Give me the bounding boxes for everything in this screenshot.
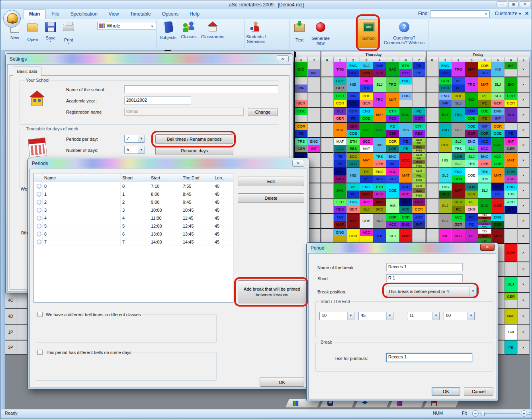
timetable-cell[interactable]: GERPE	[452, 199, 465, 214]
timetable-cell[interactable]: ENGMAT	[360, 183, 373, 199]
timetable-cell[interactable]	[505, 262, 518, 277]
timetable-cell[interactable]: CORCOR	[386, 138, 399, 153]
timetable-cell[interactable]: MAT	[465, 62, 478, 77]
timetable-cell[interactable]: HIS	[373, 138, 386, 153]
timetable-cell[interactable]: GERCOE	[347, 123, 360, 138]
timetable-cell[interactable]: CORCOR	[505, 92, 518, 108]
school-button[interactable]: abcSchool	[358, 20, 380, 48]
timetable-cell[interactable]: SLJ	[439, 168, 452, 183]
classes-button[interactable]: Classes	[180, 20, 198, 48]
timetable-cell[interactable]	[308, 153, 321, 168]
add-break-button[interactable]: Add break that will be printed between l…	[238, 280, 306, 303]
timetable-cell[interactable]: ×	[518, 123, 530, 138]
timetable-cell[interactable]	[321, 92, 334, 108]
test-button[interactable]: Test	[291, 20, 308, 48]
timetable-cell[interactable]: BIO	[360, 123, 373, 138]
timetable-cell[interactable]: SAC	[386, 62, 399, 77]
period-table-row[interactable]: 7714:0014:4545	[34, 238, 233, 246]
timetable-cell[interactable]: ×	[518, 244, 530, 262]
timetable-cell[interactable]: MAT	[505, 153, 518, 168]
timetable-cell[interactable]: ETHRES	[399, 62, 413, 77]
periods-close-icon[interactable]: ✕	[292, 160, 304, 167]
tab-main[interactable]: Main	[23, 9, 46, 19]
timetable-cell[interactable]: COEGER	[373, 62, 386, 77]
timetable-cell[interactable]: CORSLJ	[452, 153, 465, 168]
periods-column-header[interactable]: Len...	[213, 173, 231, 182]
periods-table[interactable]: NameShortStartThe EndLen...007:107:55451…	[33, 173, 233, 303]
timetable-cell[interactable]: COE	[295, 108, 308, 123]
timetable-cell[interactable]	[321, 214, 334, 229]
timetable-cell[interactable]: COE	[491, 199, 505, 214]
timetable-cell[interactable]: INF	[295, 77, 308, 92]
timetable-cell[interactable]: TRG	[439, 123, 452, 138]
timetable-cell[interactable]	[426, 183, 439, 199]
timetable-cell[interactable]: SLJ	[386, 229, 399, 244]
timetable-cell[interactable]: ENG	[399, 77, 413, 92]
timetable-cell[interactable]	[321, 153, 334, 168]
timetable-cell[interactable]	[321, 77, 334, 92]
timetable-cell[interactable]: ×	[518, 108, 530, 123]
timetable-cell[interactable]: ACCGER	[452, 214, 465, 229]
chevron-down-icon[interactable]: ▾	[60, 42, 77, 45]
timetable-cell[interactable]: COESLJ	[452, 92, 465, 108]
close-button[interactable]: ✕	[520, 1, 530, 7]
timetable-cell[interactable]: PE	[465, 229, 478, 244]
timetable-cell[interactable]: COE	[505, 244, 518, 262]
timetable-cell[interactable]	[321, 183, 334, 199]
chevron-down-icon[interactable]: ▼	[138, 146, 145, 153]
timetable-cell[interactable]: TAXMAPLICGRCFNC	[478, 214, 491, 229]
periods-column-header[interactable]: Name	[43, 173, 121, 182]
timetable-cell[interactable]: COE	[399, 153, 413, 168]
customize-menu[interactable]: Customize ▾	[495, 11, 521, 16]
timetable-cell[interactable]: MAT	[386, 92, 399, 108]
timetable-cell[interactable]: COEGER	[334, 77, 347, 92]
timetable-cell[interactable]: PEPE	[413, 62, 426, 77]
timetable-cell[interactable]: SCCMAT	[360, 138, 373, 153]
timetable-cell[interactable]: HIS	[439, 153, 452, 168]
timetable-cell[interactable]: PE	[505, 123, 518, 138]
timetable-cell[interactable]: ENGCOR	[452, 168, 465, 183]
questions-button[interactable]: ?Questions?Comments? Write us	[382, 20, 426, 48]
periods-column-header[interactable]: Start	[149, 173, 181, 182]
chevron-down-icon[interactable]: ▼	[469, 287, 476, 296]
period-table-row[interactable]: 5512:0012:4545	[34, 222, 233, 230]
timetable-cell[interactable]: COEGER	[360, 92, 373, 108]
timetable-cell[interactable]: ×	[518, 325, 530, 340]
chevron-down-icon[interactable]: ▼	[485, 12, 488, 16]
timetable-cell[interactable]: ACCACC	[399, 183, 413, 199]
timetable-cell[interactable]: SCCSLJ	[360, 199, 373, 214]
timetable-cell[interactable]	[426, 62, 439, 77]
timetable-cell[interactable]	[505, 229, 518, 244]
timetable-cell[interactable]	[308, 108, 321, 123]
timetable-cell[interactable]: MAT	[452, 183, 465, 199]
timetable-cell[interactable]: ACC	[360, 229, 373, 244]
timetable-cell[interactable]: ETHRES	[347, 138, 360, 153]
period-table-row[interactable]: 6613:0013:4545	[34, 230, 233, 238]
timetable-cell[interactable]: TRG	[452, 108, 465, 123]
timetable-cell[interactable]: TRG	[465, 77, 478, 92]
timetable-cell[interactable]: INFCOE	[347, 92, 360, 108]
timetable-cell[interactable]: MATACC	[334, 138, 347, 153]
periods-column-header[interactable]: Short	[121, 173, 149, 182]
timetable-cell[interactable]: CORPE	[295, 123, 308, 138]
timetable-cell[interactable]	[413, 229, 426, 244]
timetable-cell[interactable]: GERRUSFNG	[413, 183, 426, 199]
timetable-cell[interactable]	[308, 214, 321, 229]
timetable-cell[interactable]: COE	[439, 138, 452, 153]
print-button[interactable]: Print▾	[60, 20, 77, 48]
timetable-cell[interactable]: TRSGER	[347, 199, 360, 214]
chevron-down-icon[interactable]: ▼	[432, 312, 439, 320]
timetable-cell[interactable]: SLJ	[373, 214, 386, 229]
period-table-row[interactable]: 229:009:4545	[34, 198, 233, 206]
timetable-cell[interactable]: ×	[518, 309, 530, 325]
timetable-cell[interactable]: CORPE	[347, 108, 360, 123]
timetable-cell[interactable]	[321, 138, 334, 153]
chevron-down-icon[interactable]: ▾	[42, 40, 59, 43]
printout-text-input[interactable]: Recces 1	[386, 353, 472, 362]
delete-button[interactable]: Delete	[238, 193, 304, 203]
timetable-cell[interactable]: ACCCOR	[491, 153, 505, 168]
change-button[interactable]: Change	[248, 108, 278, 116]
timetable-cell[interactable]	[426, 108, 439, 123]
timetable-cell[interactable]: COEGER	[465, 123, 478, 138]
timetable-cell[interactable]: SLJTRS	[465, 153, 478, 168]
